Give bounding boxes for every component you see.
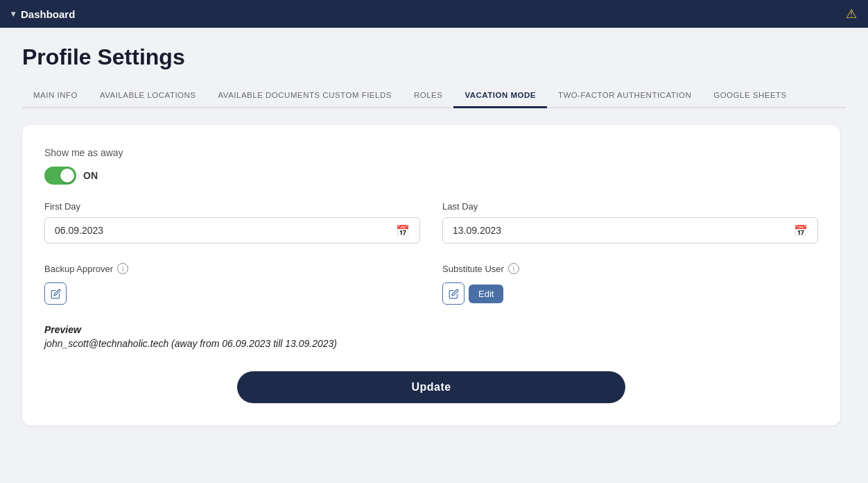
vacation-toggle[interactable] xyxy=(44,167,76,185)
backup-approver-section: Backup Approver i xyxy=(44,263,420,305)
tab-two-factor[interactable]: TWO-FACTOR AUTHENTICATION xyxy=(547,84,702,108)
substitute-edit-icon-btn[interactable] xyxy=(442,282,465,305)
first-day-field: First Day 📅 xyxy=(44,201,420,244)
page-title: Profile Settings xyxy=(22,44,846,70)
last-day-input-wrap: 📅 xyxy=(442,217,818,244)
main-content: Profile Settings MAIN INFO AVAILABLE LOC… xyxy=(0,28,868,442)
substitute-user-info-icon[interactable]: i xyxy=(508,263,519,274)
preview-section: Preview john_scott@technaholic.tech (awa… xyxy=(44,324,818,349)
last-day-input[interactable] xyxy=(443,218,784,243)
tab-vacation-mode[interactable]: VACATION MODE xyxy=(453,84,547,108)
first-day-input-wrap: 📅 xyxy=(44,217,420,244)
last-day-calendar-icon[interactable]: 📅 xyxy=(784,224,817,237)
backup-approver-label: Backup Approver i xyxy=(44,263,420,274)
date-fields-row: First Day 📅 Last Day 📅 xyxy=(44,201,818,244)
topbar: ▾ Dashboard ⚠ xyxy=(0,0,868,28)
substitute-user-section: Substitute User i Edit xyxy=(442,263,818,305)
preview-title: Preview xyxy=(44,324,818,335)
substitute-actions: Edit xyxy=(442,282,818,305)
first-day-label: First Day xyxy=(44,201,420,212)
vacation-card: Show me as away ON First Day 📅 Last Day … xyxy=(22,125,840,425)
tab-available-locations[interactable]: AVAILABLE LOCATIONS xyxy=(89,84,207,108)
update-button[interactable]: Update xyxy=(237,371,625,403)
preview-text: john_scott@technaholic.tech (away from 0… xyxy=(44,338,818,349)
tab-roles[interactable]: ROLES xyxy=(403,84,454,108)
first-day-calendar-icon[interactable]: 📅 xyxy=(386,224,419,237)
approver-row: Backup Approver i Substitute User i xyxy=(44,263,818,305)
last-day-label: Last Day xyxy=(442,201,818,212)
chevron-down-icon: ▾ xyxy=(11,9,15,19)
substitute-user-label: Substitute User i xyxy=(442,263,818,274)
toggle-row: ON xyxy=(44,167,818,185)
tab-main-info[interactable]: MAIN INFO xyxy=(22,84,89,108)
app-name-label: Dashboard xyxy=(21,8,75,20)
first-day-input[interactable] xyxy=(45,218,386,243)
alert-icon[interactable]: ⚠ xyxy=(846,6,857,22)
tab-available-documents[interactable]: AVAILABLE DOCUMENTS CUSTOM FIELDS xyxy=(207,84,403,108)
toggle-state-label: ON xyxy=(83,170,98,181)
backup-approver-info-icon[interactable]: i xyxy=(117,263,128,274)
backup-approver-edit-icon-btn[interactable] xyxy=(44,282,67,305)
show-away-label: Show me as away xyxy=(44,147,818,158)
last-day-field: Last Day 📅 xyxy=(442,201,818,244)
tab-google-sheets[interactable]: GOOGLE SHEETS xyxy=(702,84,798,108)
update-btn-wrap: Update xyxy=(44,371,818,403)
substitute-edit-button[interactable]: Edit xyxy=(469,285,503,303)
tabs-bar: MAIN INFO AVAILABLE LOCATIONS AVAILABLE … xyxy=(22,84,846,108)
topbar-app-name[interactable]: ▾ Dashboard xyxy=(11,8,75,20)
